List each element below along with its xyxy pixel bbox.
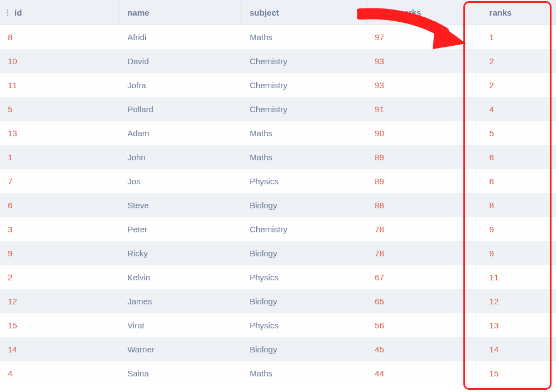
cell-id: 10 [0,49,119,73]
cell-subject: Maths [242,121,367,145]
cell-name: Saina [119,361,242,385]
header-row: ⋮ id name subject final_marks ranks [0,0,556,25]
table-row: 14WarnerBiology4514 [0,337,556,361]
cell-id: 15 [0,313,119,337]
cell-id: 13 [0,121,119,145]
cell-ranks: 9 [467,241,556,265]
cell-final-marks: 93 [367,49,467,73]
cell-id: 3 [0,217,119,241]
cell-name: David [119,49,242,73]
header-label: final_marks [375,8,421,17]
cell-id: 14 [0,337,119,361]
cell-final-marks: 78 [367,241,467,265]
cell-final-marks: 88 [367,193,467,217]
cell-final-marks: 67 [367,265,467,289]
header-label: name [127,8,149,17]
column-menu-icon[interactable]: ⋮ [4,9,11,16]
cell-subject: Biology [242,193,367,217]
header-label: ranks [490,8,512,17]
cell-id: 1 [0,145,119,169]
table-row: 4SainaMaths4415 [0,361,556,385]
cell-final-marks: 97 [367,25,467,49]
table-row: 7JosPhysics896 [0,169,556,193]
cell-id: 11 [0,73,119,97]
table-row: 13AdamMaths905 [0,121,556,145]
cell-ranks: 6 [467,145,556,169]
cell-subject: Biology [242,337,367,361]
column-header-subject[interactable]: subject [242,0,367,25]
column-header-final-marks[interactable]: final_marks [367,0,467,25]
cell-name: John [119,145,242,169]
cell-ranks: 12 [467,289,556,313]
table-row: 12JamesBiology6512 [0,289,556,313]
cell-ranks: 8 [467,193,556,217]
cell-name: Afridi [119,25,242,49]
cell-ranks: 15 [467,361,556,385]
cell-name: Peter [119,217,242,241]
cell-subject: Biology [242,289,367,313]
cell-subject: Chemistry [242,97,367,121]
cell-subject: Physics [242,265,367,289]
cell-ranks: 9 [467,217,556,241]
cell-ranks: 5 [467,121,556,145]
table-row: 1JohnMaths896 [0,145,556,169]
cell-ranks: 11 [467,265,556,289]
cell-name: Adam [119,121,242,145]
cell-final-marks: 91 [367,97,467,121]
cell-subject: Chemistry [242,217,367,241]
cell-ranks: 2 [467,49,556,73]
table-row: 15ViratPhysics5613 [0,313,556,337]
cell-final-marks: 89 [367,169,467,193]
cell-final-marks: 45 [367,337,467,361]
cell-id: 7 [0,169,119,193]
data-table: ⋮ id name subject final_marks ranks 8Afr… [0,0,556,385]
cell-final-marks: 93 [367,73,467,97]
cell-final-marks: 44 [367,361,467,385]
cell-subject: Chemistry [242,73,367,97]
cell-name: Warner [119,337,242,361]
cell-final-marks: 56 [367,313,467,337]
cell-ranks: 1 [467,25,556,49]
cell-name: Steve [119,193,242,217]
table-row: 6SteveBiology888 [0,193,556,217]
cell-id: 12 [0,289,119,313]
cell-final-marks: 78 [367,217,467,241]
table-row: 5PollardChemistry914 [0,97,556,121]
cell-final-marks: 89 [367,145,467,169]
cell-subject: Maths [242,361,367,385]
table-row: 10DavidChemistry932 [0,49,556,73]
table-row: 9RickyBiology789 [0,241,556,265]
table-row: 8AfridiMaths971 [0,25,556,49]
cell-final-marks: 90 [367,121,467,145]
cell-subject: Biology [242,241,367,265]
cell-name: Kelvin [119,265,242,289]
cell-id: 4 [0,361,119,385]
cell-name: Pollard [119,97,242,121]
header-label: subject [250,8,279,17]
cell-subject: Maths [242,25,367,49]
cell-ranks: 13 [467,313,556,337]
cell-name: Jos [119,169,242,193]
cell-ranks: 4 [467,97,556,121]
cell-id: 6 [0,193,119,217]
cell-ranks: 14 [467,337,556,361]
column-header-id[interactable]: ⋮ id [0,0,119,25]
cell-subject: Physics [242,313,367,337]
header-label: id [15,8,22,17]
table-row: 3PeterChemistry789 [0,217,556,241]
cell-name: Jofra [119,73,242,97]
cell-name: Ricky [119,241,242,265]
cell-name: James [119,289,242,313]
cell-ranks: 6 [467,169,556,193]
table-row: 11JofraChemistry932 [0,73,556,97]
column-header-ranks[interactable]: ranks [467,0,556,25]
cell-name: Virat [119,313,242,337]
table-row: 2KelvinPhysics6711 [0,265,556,289]
column-header-name[interactable]: name [119,0,242,25]
cell-subject: Maths [242,145,367,169]
cell-id: 5 [0,97,119,121]
cell-id: 9 [0,241,119,265]
cell-id: 2 [0,265,119,289]
cell-final-marks: 65 [367,289,467,313]
cell-ranks: 2 [467,73,556,97]
